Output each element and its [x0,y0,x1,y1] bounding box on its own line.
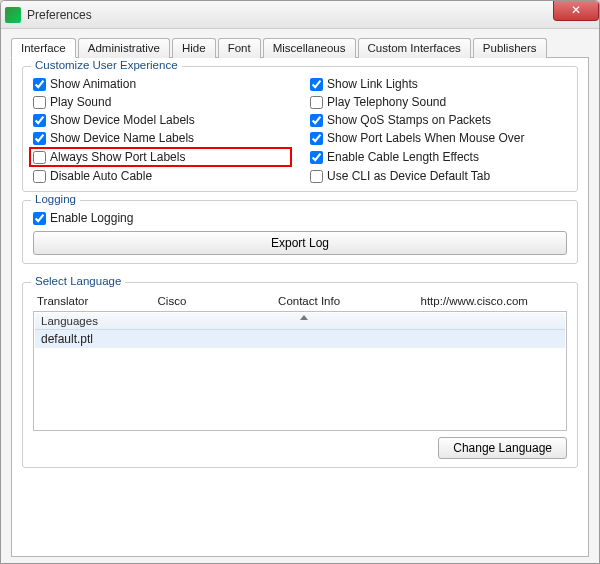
tab-custom-interfaces[interactable]: Custom Interfaces [358,38,471,58]
content-area: Interface Administrative Hide Font Misce… [1,29,599,563]
lbl-disable-auto-cable: Disable Auto Cable [50,169,152,183]
opt-show-animation[interactable]: Show Animation [33,77,290,91]
tab-strip: Interface Administrative Hide Font Misce… [11,38,589,58]
lbl-show-qos-stamps: Show QoS Stamps on Packets [327,113,491,127]
chk-show-device-name[interactable] [33,132,46,145]
opt-enable-logging[interactable]: Enable Logging [33,211,567,225]
change-language-button[interactable]: Change Language [438,437,567,459]
lbl-always-show-port: Always Show Port Labels [50,150,185,164]
lbl-show-port-mouseover: Show Port Labels When Mouse Over [327,131,524,145]
export-log-button[interactable]: Export Log [33,231,567,255]
preferences-window: Preferences ✕ Interface Administrative H… [0,0,600,564]
tab-page-interface: Customize User Experience Show Animation… [11,57,589,557]
opt-use-cli-default[interactable]: Use CLI as Device Default Tab [310,169,567,183]
window-title: Preferences [27,8,92,22]
lbl-show-device-model: Show Device Model Labels [50,113,195,127]
chk-play-telephony-sound[interactable] [310,96,323,109]
lbl-show-link-lights: Show Link Lights [327,77,418,91]
titlebar: Preferences ✕ [1,1,599,29]
group-customize: Customize User Experience Show Animation… [22,66,578,192]
group-logging-title: Logging [31,193,80,205]
opt-show-device-model[interactable]: Show Device Model Labels [33,113,290,127]
group-logging: Logging Enable Logging Export Log [22,200,578,264]
opt-show-port-mouseover[interactable]: Show Port Labels When Mouse Over [310,131,567,145]
chk-enable-cable-length[interactable] [310,151,323,164]
lbl-show-device-name: Show Device Name Labels [50,131,194,145]
customize-grid: Show Animation Show Link Lights Play Sou… [33,77,567,183]
lbl-enable-cable-length: Enable Cable Length Effects [327,150,479,164]
opt-show-link-lights[interactable]: Show Link Lights [310,77,567,91]
chk-show-device-model[interactable] [33,114,46,127]
chk-disable-auto-cable[interactable] [33,170,46,183]
opt-always-show-port[interactable]: Always Show Port Labels [31,149,290,165]
close-button[interactable]: ✕ [553,1,599,21]
lbl-show-animation: Show Animation [50,77,136,91]
tab-font[interactable]: Font [218,38,261,58]
group-language: Select Language Translator Cisco Contact… [22,282,578,468]
chk-show-link-lights[interactable] [310,78,323,91]
hdr-translator: Translator [37,295,158,307]
chk-show-animation[interactable] [33,78,46,91]
lbl-play-telephony-sound: Play Telephony Sound [327,95,446,109]
language-list-header[interactable]: Languages [35,313,565,330]
tab-miscellaneous[interactable]: Miscellaneous [263,38,356,58]
app-icon [5,7,21,23]
language-column-headers: Translator Cisco Contact Info http://www… [33,293,567,311]
lbl-enable-logging: Enable Logging [50,211,133,225]
opt-disable-auto-cable[interactable]: Disable Auto Cable [33,169,290,183]
chk-play-sound[interactable] [33,96,46,109]
tab-publishers[interactable]: Publishers [473,38,547,58]
tab-administrative[interactable]: Administrative [78,38,170,58]
opt-show-device-name[interactable]: Show Device Name Labels [33,131,290,145]
tab-hide[interactable]: Hide [172,38,216,58]
language-item[interactable]: default.ptl [35,330,565,348]
language-list[interactable]: Languages default.ptl [33,311,567,431]
chk-always-show-port[interactable] [33,151,46,164]
chk-show-qos-stamps[interactable] [310,114,323,127]
opt-play-telephony-sound[interactable]: Play Telephony Sound [310,95,567,109]
chk-use-cli-default[interactable] [310,170,323,183]
close-icon: ✕ [571,3,581,17]
hdr-url: http://www.cisco.com [421,295,563,307]
lbl-play-sound: Play Sound [50,95,111,109]
opt-show-qos-stamps[interactable]: Show QoS Stamps on Packets [310,113,567,127]
tab-interface[interactable]: Interface [11,38,76,58]
opt-play-sound[interactable]: Play Sound [33,95,290,109]
hdr-cisco: Cisco [158,295,279,307]
group-customize-title: Customize User Experience [31,59,182,71]
lbl-use-cli-default: Use CLI as Device Default Tab [327,169,490,183]
chk-show-port-mouseover[interactable] [310,132,323,145]
chk-enable-logging[interactable] [33,212,46,225]
hdr-contact: Contact Info [278,295,420,307]
group-language-title: Select Language [31,275,125,287]
opt-enable-cable-length[interactable]: Enable Cable Length Effects [310,149,567,165]
